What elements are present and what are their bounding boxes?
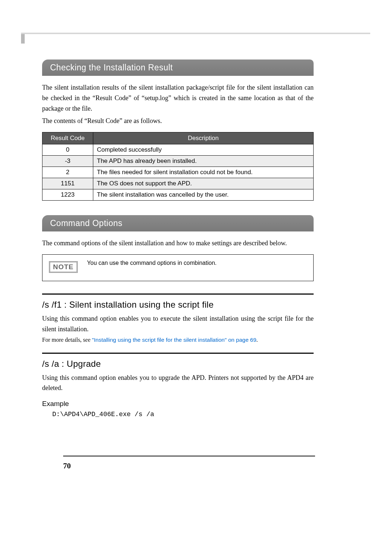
page-container: Checking the Installation Result The sil…	[21, 33, 370, 418]
page-number: 70	[63, 461, 71, 471]
cell-desc: Completed successfully	[93, 144, 314, 156]
body-paragraph: Using this command option enables you to…	[42, 373, 314, 394]
result-code-table: Result Code Description 0 Completed succ…	[42, 132, 314, 201]
cell-code: 0	[42, 144, 93, 156]
cell-code: -3	[42, 156, 93, 167]
table-header-code: Result Code	[42, 132, 93, 144]
cell-desc: The silent installation was cancelled by…	[93, 189, 314, 201]
body-paragraph: The silent installation results of the s…	[42, 82, 314, 114]
section-heading-installation-result: Checking the Installation Result	[42, 59, 314, 76]
body-paragraph: The contents of “Result Code” are as fol…	[42, 116, 314, 126]
cross-reference-link[interactable]: "Installing using the script file for th…	[92, 337, 256, 343]
cell-code: 1223	[42, 189, 93, 201]
body-paragraph: The command options of the silent instal…	[42, 238, 314, 249]
ref-prefix: For more details, see	[42, 337, 92, 343]
content-area: Checking the Installation Result The sil…	[42, 38, 314, 418]
example-label: Example	[42, 400, 314, 408]
ref-suffix: .	[256, 337, 258, 343]
subheading-s-a: /s /a : Upgrade	[42, 353, 314, 369]
table-row: -3 The APD has already been installed.	[42, 156, 314, 167]
table-row: 1223 The silent installation was cancell…	[42, 189, 314, 201]
cell-desc: The OS does not support the APD.	[93, 178, 314, 189]
table-row: 2 The files needed for silent installati…	[42, 167, 314, 178]
section-heading-command-options: Command Options	[42, 215, 314, 231]
table-row: 0 Completed successfully	[42, 144, 314, 156]
cell-desc: The APD has already been installed.	[93, 156, 314, 167]
cell-desc: The files needed for silent installation…	[93, 167, 314, 178]
cell-code: 2	[42, 167, 93, 178]
note-text: You can use the command options in combi…	[87, 260, 217, 266]
subheading-s-f1: /s /f1 : Silent installation using the s…	[42, 294, 314, 310]
footer-rule	[63, 456, 315, 456]
table-header-desc: Description	[93, 132, 314, 144]
cross-reference: For more details, see "Installing using …	[42, 337, 314, 343]
cell-code: 1151	[42, 178, 93, 189]
note-callout: NOTE You can use the command options in …	[42, 254, 314, 281]
example-command: D:\APD4\APD_406E.exe /s /a	[52, 411, 314, 418]
table-row: 1151 The OS does not support the APD.	[42, 178, 314, 189]
body-paragraph: Using this command option enables you to…	[42, 313, 314, 335]
note-badge: NOTE	[49, 261, 78, 273]
